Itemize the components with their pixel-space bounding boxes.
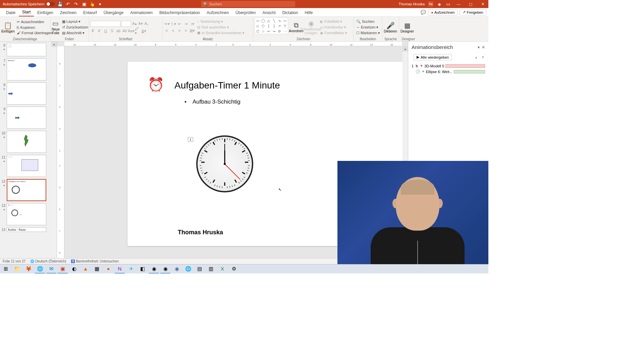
shapes-gallery[interactable]: ▭◯△╲↘▭ ◇⬠{}↗▽ ⬡☆↩↪⟳⋯ <box>255 17 288 34</box>
thumb-13[interactable]: 13★ ⏰ ───♡ <box>1 203 55 225</box>
thumb-8[interactable]: 8★ ➡ <box>1 82 55 105</box>
clock-3d-model[interactable] <box>196 135 253 192</box>
tab-transitions[interactable]: Übergänge <box>100 9 127 16</box>
timeline-bar[interactable] <box>445 64 485 68</box>
touch-icon[interactable]: 👆 <box>90 1 95 7</box>
font-size-select[interactable] <box>121 21 131 27</box>
app-icon[interactable]: ◐ <box>69 265 79 274</box>
app9-icon[interactable]: ⚙ <box>229 265 239 274</box>
smartart-button[interactable]: ⬢ In SmartArt konvertieren ▾ <box>196 31 246 36</box>
tab-view[interactable]: Ansicht <box>259 9 279 16</box>
search-input[interactable] <box>209 2 293 6</box>
cut-button[interactable]: ✂ Ausschneiden <box>16 19 53 24</box>
save-icon[interactable]: 💾 <box>57 1 63 7</box>
thumb-6[interactable]: 6★ ─────────────── <box>1 43 55 56</box>
comments-icon[interactable]: 💬 <box>421 10 426 15</box>
firefox-icon[interactable]: 🦊 <box>23 265 34 274</box>
grow-font-icon[interactable]: A▴ <box>132 21 137 26</box>
new-slide-button[interactable]: ▭ Neue Folie <box>52 17 60 37</box>
ribbon-options-icon[interactable]: ▭ <box>445 1 451 7</box>
animation-tag[interactable]: 1 <box>188 137 193 142</box>
tab-draw[interactable]: Zeichnen <box>57 9 80 16</box>
tab-record[interactable]: Aufzeichnen <box>203 9 232 16</box>
strike-button[interactable]: S <box>109 28 115 34</box>
case-button[interactable]: Aa▾ <box>128 28 134 34</box>
onenote-icon[interactable]: N <box>115 265 125 274</box>
indent-inc-button[interactable]: ⇥ <box>183 21 189 26</box>
thumb-10[interactable]: 10★ <box>1 131 55 153</box>
format-painter-button[interactable]: 🖌 Format übertragen <box>16 31 53 35</box>
bold-button[interactable]: F <box>90 28 96 34</box>
app2-icon[interactable]: ▦ <box>92 265 102 274</box>
present-now-icon[interactable]: ◈ <box>437 1 442 7</box>
present-icon[interactable]: ▣ <box>82 1 87 7</box>
columns-button[interactable]: ▥▾ <box>190 28 195 33</box>
anim-item-1[interactable]: 1 🖱 ✦ 3D-Modell 5 <box>411 63 486 69</box>
align-center-button[interactable]: ≡ <box>170 28 176 33</box>
vlc-icon[interactable]: ▲ <box>80 265 91 274</box>
app6-icon[interactable]: ◉ <box>172 265 182 274</box>
slide-author-text[interactable]: Thomas Hruska <box>178 229 223 236</box>
align-left-button[interactable]: ≡ <box>164 28 169 33</box>
dictate-button[interactable]: 🎤 Diktieren <box>384 17 397 37</box>
select-button[interactable]: ☐ Markieren ▾ <box>355 31 381 36</box>
quick-styles-button[interactable]: ◉ Schnellformat- vorlagen <box>304 17 318 37</box>
slide-title-area[interactable]: ⏰ Aufgaben-Timer 1 Minute <box>174 80 280 91</box>
align-text-button[interactable]: ⊟ Text ausrichten ▾ <box>196 25 246 30</box>
maximize-button[interactable]: ▢ <box>466 0 475 8</box>
minimize-button[interactable]: — <box>454 0 463 8</box>
tab-help[interactable]: Hilfe <box>301 9 316 16</box>
italic-button[interactable]: K <box>97 28 102 34</box>
font-color-button[interactable]: A▾ <box>141 28 147 34</box>
find-button[interactable]: 🔍 Suchen <box>355 19 381 24</box>
tab-design[interactable]: Entwurf <box>80 9 100 16</box>
obs-icon[interactable]: ◉ <box>149 265 159 274</box>
move-down-button[interactable]: ▾ <box>480 55 486 60</box>
chrome-icon[interactable]: 🌐 <box>35 265 45 274</box>
thumb-11[interactable]: 11★ ───── <box>1 155 55 177</box>
excel-icon[interactable]: X <box>217 265 227 274</box>
thumb-7[interactable]: 7★ Animations← <box>1 58 55 80</box>
user-avatar[interactable]: TH <box>428 1 433 7</box>
qat-more-icon[interactable]: ▾ <box>98 1 103 7</box>
text-direction-button[interactable]: ↕ Textrichtung ▾ <box>196 19 246 24</box>
play-all-button[interactable]: ▶ Alle wiedergeben <box>414 54 452 60</box>
record-button[interactable]: ●Aufzeichnen <box>428 9 458 15</box>
app3-icon[interactable]: ● <box>103 265 113 274</box>
edge-icon[interactable]: 🌐 <box>183 265 193 274</box>
paste-button[interactable]: 📋 Einfügen <box>1 17 14 37</box>
tab-start[interactable]: Start <box>19 8 34 16</box>
bullets-button[interactable]: ≔▾ <box>164 21 169 26</box>
shadow-button[interactable]: ab <box>116 28 121 34</box>
start-button[interactable]: ⊞ <box>1 265 11 274</box>
move-up-button[interactable]: ▴ <box>474 55 479 60</box>
clear-format-icon[interactable]: Aₓ <box>144 21 149 26</box>
tab-slideshow[interactable]: Bildschirmpräsentation <box>156 9 203 16</box>
spacing-button[interactable]: AV <box>122 28 127 34</box>
highlight-button[interactable]: 🖍▾ <box>135 28 140 34</box>
slide-bullet-text[interactable]: Aufbau 3-Schichtig <box>184 99 240 105</box>
anim-collapse-icon[interactable]: ▾ <box>478 45 480 50</box>
underline-button[interactable]: U <box>103 28 108 34</box>
thumb-scroll-up[interactable]: ▴ <box>51 42 57 47</box>
effects-button[interactable]: ◉ Formeffekte ▾ <box>319 31 348 36</box>
indent-dec-button[interactable]: ⇤ <box>177 21 182 26</box>
explorer-icon[interactable]: 📁 <box>12 265 22 274</box>
slide-counter[interactable]: Folie 11 von 27 <box>3 259 25 263</box>
numbering-button[interactable]: ⒈▾ <box>170 21 176 26</box>
reset-button[interactable]: ↺ Zurücksetzen <box>61 25 89 30</box>
app8-icon[interactable]: ▥ <box>206 265 216 274</box>
app7-icon[interactable]: ▤ <box>195 265 205 274</box>
app4-icon[interactable]: ◧ <box>138 265 148 274</box>
thumb-9[interactable]: 9★ ➡ <box>1 107 55 129</box>
close-button[interactable]: ✕ <box>478 0 487 8</box>
outline-button[interactable]: ▭ Formkontur ▾ <box>319 25 348 30</box>
justify-button[interactable]: ≡ <box>183 28 189 33</box>
outlook-icon[interactable]: ✉ <box>46 265 56 274</box>
search-box[interactable]: 🔍 <box>201 1 295 7</box>
share-button[interactable]: ↗Freigeben <box>460 9 486 15</box>
accessibility-status[interactable]: ♿ Barrierefreiheit: Untersuchen <box>71 259 119 263</box>
font-family-select[interactable] <box>90 21 120 27</box>
language-status[interactable]: 🌐 Deutsch (Österreich) <box>30 259 66 263</box>
thumbnail-panel[interactable]: 6★ ─────────────── 7★ Animations← 8★ ➡ 9… <box>0 42 57 263</box>
